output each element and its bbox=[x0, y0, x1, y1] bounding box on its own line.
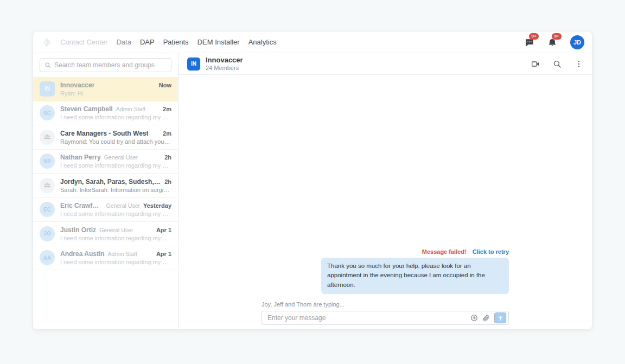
app-logo-icon bbox=[41, 36, 53, 48]
conversation-preview: I need some information regarding my eve… bbox=[60, 114, 171, 120]
conversation-name: Steven Campbell bbox=[60, 105, 113, 113]
conversation-list: IN Innovaccer Now Ryan: Hi SC bbox=[33, 77, 178, 329]
conversation-time: 2m bbox=[163, 130, 171, 137]
conversation-item[interactable]: Jordyn, Sarah, Paras, Sudesh, Vishesh, A… bbox=[33, 174, 178, 198]
conversation-item[interactable]: AA Andrea Austin Admin Staff Apr 1 I nee… bbox=[33, 246, 178, 271]
message-failed-notice: Message failed! Click to retry bbox=[262, 248, 509, 255]
message-input[interactable] bbox=[267, 314, 466, 322]
chat-body: Message failed! Click to retry Thank you… bbox=[178, 75, 592, 329]
group-icon bbox=[43, 133, 52, 142]
conversation-preview: I need some information regarding my eve… bbox=[60, 162, 171, 169]
chat-title: Innovaccer bbox=[206, 56, 243, 65]
main-content: IN Innovaccer Now Ryan: Hi SC bbox=[33, 53, 592, 329]
conversation-time: 2h bbox=[164, 154, 171, 161]
nav-tabs: Contact CenterDataDAPPatientsDEM Install… bbox=[60, 38, 277, 46]
group-icon bbox=[43, 181, 52, 190]
messages-nav-button[interactable]: 9+ bbox=[525, 37, 535, 48]
top-navigation: Contact CenterDataDAPPatientsDEM Install… bbox=[33, 31, 592, 53]
nav-tab-contact-center[interactable]: Contact Center bbox=[60, 38, 107, 46]
outgoing-message-bubble: Thank you so much for your help, please … bbox=[321, 258, 509, 294]
chat-column: Message failed! Click to retry Thank you… bbox=[262, 248, 509, 325]
chat-header-avatar: IN bbox=[187, 58, 200, 71]
conversation-time: Yesterday bbox=[143, 202, 171, 209]
nav-tab-data[interactable]: Data bbox=[116, 38, 131, 46]
send-button[interactable] bbox=[494, 312, 506, 323]
topnav-right: 9+ 9+ JD bbox=[525, 35, 584, 49]
more-options-icon[interactable] bbox=[575, 60, 583, 68]
conversation-name: Andrea Austin bbox=[60, 250, 105, 258]
conversation-preview: Ryan: Hi bbox=[60, 90, 171, 97]
nav-tab-analytics[interactable]: Analytics bbox=[248, 38, 277, 46]
conversation-avatar: IN bbox=[40, 81, 55, 97]
conversation-role: General User bbox=[104, 154, 138, 161]
search-box bbox=[33, 53, 178, 77]
chat-member-count: 24 Members bbox=[206, 65, 243, 72]
conversation-time: Apr 1 bbox=[156, 251, 171, 257]
conversation-item[interactable]: SC Steven Campbell Admin Staff 2m I need… bbox=[33, 101, 178, 126]
conversation-name: Jordyn, Sarah, Paras, Sudesh, Vishesh, A… bbox=[60, 178, 161, 186]
nav-tab-dap[interactable]: DAP bbox=[140, 38, 155, 46]
video-call-icon[interactable] bbox=[531, 60, 540, 68]
notifications-badge: 9+ bbox=[552, 33, 562, 40]
conversation-time: 2m bbox=[163, 106, 171, 112]
conversation-avatar bbox=[40, 178, 55, 193]
search-input[interactable] bbox=[54, 61, 167, 69]
message-failed-text: Message failed! bbox=[422, 248, 467, 255]
conversation-preview: Raymond: You could try and attach your m… bbox=[60, 138, 171, 145]
search-field[interactable] bbox=[40, 58, 171, 72]
message-composer bbox=[262, 311, 509, 325]
conversation-avatar: JO bbox=[40, 226, 55, 241]
conversation-role: General User bbox=[99, 227, 133, 233]
typing-indicator: Joy, Jeff and Thom are typing... bbox=[262, 301, 509, 308]
click-to-retry-link[interactable]: Click to retry bbox=[473, 248, 509, 255]
conversation-preview: Sarah: InforSarah: Information on surgic… bbox=[60, 187, 171, 193]
conversation-avatar: EC bbox=[40, 202, 55, 217]
conversation-item[interactable]: JO Justin Ortiz General User Apr 1 I nee… bbox=[33, 222, 178, 246]
conversation-name: Eric Crawford bbox=[60, 202, 103, 209]
notifications-button[interactable]: 9+ bbox=[547, 37, 558, 48]
conversation-avatar: AA bbox=[40, 250, 55, 265]
conversation-item[interactable]: IN Innovaccer Now Ryan: Hi bbox=[33, 77, 178, 101]
app-window: Contact CenterDataDAPPatientsDEM Install… bbox=[33, 31, 592, 330]
conversation-name: Justin Ortiz bbox=[60, 226, 96, 234]
conversation-time: 2h bbox=[164, 178, 171, 185]
user-avatar[interactable]: JD bbox=[570, 35, 584, 49]
search-icon bbox=[44, 62, 51, 68]
attachment-icon[interactable] bbox=[482, 314, 490, 322]
chat-header: IN Innovaccer 24 Members bbox=[178, 53, 592, 75]
nav-tab-dem-installer[interactable]: DEM Installer bbox=[197, 38, 240, 46]
conversation-name: Care Managers - South West bbox=[60, 130, 148, 137]
conversation-item[interactable]: NP Nathan Perry General User 2h I need s… bbox=[33, 150, 178, 174]
conversation-avatar bbox=[40, 130, 55, 145]
conversation-time: Apr 1 bbox=[156, 227, 171, 233]
conversation-name: Nathan Perry bbox=[60, 154, 101, 161]
emoji-icon[interactable] bbox=[470, 314, 478, 322]
conversation-time: Now bbox=[159, 82, 171, 88]
conversation-role: Admin Staff bbox=[116, 106, 145, 112]
conversation-avatar: SC bbox=[40, 105, 55, 120]
conversation-avatar: NP bbox=[40, 154, 55, 169]
conversation-item[interactable]: Care Managers - South West 2m Raymond: Y… bbox=[33, 125, 178, 150]
conversation-role: Admin Staff bbox=[108, 251, 137, 257]
conversation-preview: I need some information regarding my eve… bbox=[60, 259, 171, 265]
conversation-preview: I need some information regarding my eve… bbox=[60, 235, 171, 241]
conversation-item[interactable]: EC Eric Crawford General User Yesterday … bbox=[33, 198, 178, 222]
messages-badge: 9+ bbox=[529, 33, 539, 40]
conversation-name: Innovaccer bbox=[60, 81, 94, 89]
chat-header-actions bbox=[531, 60, 583, 68]
chat-header-titles: Innovaccer 24 Members bbox=[206, 56, 243, 72]
conversations-sidebar: IN Innovaccer Now Ryan: Hi SC bbox=[33, 53, 178, 329]
conversation-role: General User bbox=[106, 202, 140, 209]
conversation-preview: I need some information regarding my eve… bbox=[60, 210, 171, 217]
nav-tab-patients[interactable]: Patients bbox=[163, 38, 189, 46]
chat-pane: IN Innovaccer 24 Members bbox=[178, 53, 592, 329]
search-chat-icon[interactable] bbox=[553, 60, 562, 68]
